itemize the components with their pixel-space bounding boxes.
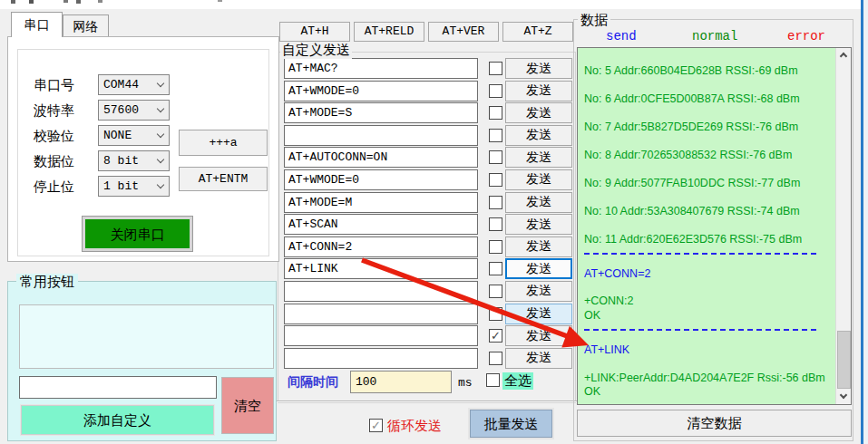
command-checkbox[interactable] (489, 262, 502, 275)
combo-select[interactable]: COM44 (98, 74, 170, 95)
command-input[interactable] (284, 147, 478, 168)
horizontal-divider (277, 401, 580, 402)
command-checkbox[interactable] (489, 150, 502, 164)
serial-fields: 串口号 COM44 波特率 57600 校验位 NONE (34, 74, 170, 197)
at-entm-button[interactable]: AT+ENTM (179, 167, 268, 191)
quick-at-button[interactable]: AT+H (279, 22, 350, 42)
combo-select[interactable]: NONE (98, 125, 170, 146)
data-line (584, 357, 829, 371)
select-all-checkbox[interactable] (486, 373, 500, 387)
data-line (584, 51, 829, 64)
command-input[interactable] (284, 125, 478, 146)
send-button[interactable]: 发送 (505, 236, 572, 257)
field-label: 波特率 (34, 100, 98, 121)
custom-command-input[interactable] (19, 376, 217, 399)
common-buttons-groupbox: 清空 添加自定义 (7, 281, 277, 441)
command-input[interactable] (284, 304, 478, 324)
command-checkbox[interactable] (489, 173, 502, 187)
clear-button[interactable]: 清空 (221, 377, 274, 434)
data-log-area[interactable]: No: 5 Addr:660B04ED628B RSSI:-69 dBm No:… (577, 47, 852, 405)
scrollbar[interactable] (835, 48, 851, 404)
data-line (584, 218, 829, 232)
data-line (584, 253, 829, 266)
send-button[interactable]: 发送 (505, 214, 572, 235)
loop-send-checkbox[interactable] (369, 419, 383, 432)
command-input[interactable] (284, 169, 478, 190)
batch-send-button[interactable]: 批量发送 (470, 410, 552, 438)
command-checkbox[interactable] (489, 196, 502, 209)
field-label: 校验位 (34, 125, 98, 146)
send-button[interactable]: 发送 (505, 169, 572, 190)
data-line (584, 329, 829, 343)
interval-time-label: 间隔时间 (288, 374, 338, 391)
combo-select[interactable]: 1 bit (98, 176, 170, 197)
command-checkbox[interactable] (489, 285, 502, 298)
quick-at-button[interactable]: AT+VER (428, 22, 499, 42)
command-input[interactable] (284, 281, 478, 302)
command-checkbox[interactable] (489, 62, 502, 75)
command-checkbox[interactable] (489, 240, 502, 254)
command-input[interactable] (284, 81, 478, 101)
command-input[interactable] (284, 325, 478, 346)
send-button[interactable]: 发送 (505, 258, 572, 279)
command-checkbox[interactable] (489, 84, 502, 98)
clear-data-button[interactable]: 清空数据 (577, 410, 852, 437)
ms-unit-label: ms (458, 376, 473, 390)
legend-normal-label: normal (692, 29, 737, 43)
command-input[interactable] (284, 214, 478, 235)
send-button[interactable]: 发送 (505, 58, 572, 79)
tab-network[interactable]: 网络 (63, 14, 109, 37)
close-serial-port-button[interactable]: 关闭串口 (83, 217, 192, 251)
data-line: No: 6 Addr:0CFE5D00B87A RSSI:-68 dBm (584, 92, 829, 106)
plus-a-button[interactable]: +++a (179, 130, 268, 156)
data-panel-title: 数据 (578, 12, 610, 29)
command-checkbox[interactable] (489, 307, 502, 321)
legend-error-label: error (787, 29, 825, 43)
send-button[interactable]: 发送 (505, 147, 572, 168)
data-line: AT+CONN=2 (584, 267, 829, 281)
data-line: No: 5 Addr:660B04ED628B RSSI:-69 dBm (584, 64, 829, 78)
tab-serial[interactable]: 串口 (11, 12, 63, 37)
scrollbar-thumb[interactable] (837, 331, 851, 389)
command-checkbox[interactable] (489, 217, 502, 231)
interval-time-input[interactable] (350, 371, 452, 393)
send-button[interactable]: 发送 (505, 281, 572, 302)
command-row: 发送 (284, 304, 572, 324)
serial-field-row: 波特率 57600 (34, 100, 170, 121)
data-line (584, 135, 829, 149)
scrollbar-down-icon[interactable] (836, 390, 852, 404)
command-checkbox[interactable] (489, 129, 502, 142)
command-input[interactable] (284, 58, 478, 79)
command-row: 发送 (284, 81, 572, 101)
send-button[interactable]: 发送 (505, 304, 572, 324)
data-line (584, 79, 829, 92)
data-line: No: 10 Addr:53A308407679 RSSI:-74 dBm (584, 205, 829, 218)
data-line (584, 107, 829, 121)
command-input[interactable] (284, 102, 478, 123)
serial-field-row: 停止位 1 bit (34, 176, 170, 197)
combo-select[interactable]: 8 bit (98, 150, 170, 171)
send-button[interactable]: 发送 (505, 348, 572, 369)
combo-select[interactable]: 57600 (98, 100, 170, 121)
custom-send-rows: 发送 发送 发送 发送 发送 发送 (284, 58, 572, 369)
quick-at-button[interactable]: AT+RELD (354, 22, 424, 42)
send-button[interactable]: 发送 (505, 102, 572, 123)
quick-at-button[interactable]: AT+Z (502, 22, 573, 42)
command-checkbox[interactable] (489, 106, 502, 120)
command-input[interactable] (284, 192, 478, 213)
send-button[interactable]: 发送 (505, 325, 572, 346)
command-row: 发送 (284, 258, 572, 279)
field-label: 停止位 (34, 176, 98, 197)
command-checkbox[interactable] (489, 329, 502, 343)
command-input[interactable] (284, 236, 478, 257)
send-button[interactable]: 发送 (505, 192, 572, 213)
command-checkbox[interactable] (489, 352, 502, 365)
command-input[interactable] (284, 348, 478, 369)
command-input[interactable] (284, 258, 478, 279)
scrollbar-up-icon[interactable] (836, 48, 852, 63)
command-row: 发送 (284, 147, 572, 168)
add-custom-button[interactable]: 添加自定义 (21, 405, 214, 435)
send-button[interactable]: 发送 (505, 81, 572, 101)
serial-field-row: 串口号 COM44 (34, 74, 170, 95)
send-button[interactable]: 发送 (505, 125, 572, 146)
